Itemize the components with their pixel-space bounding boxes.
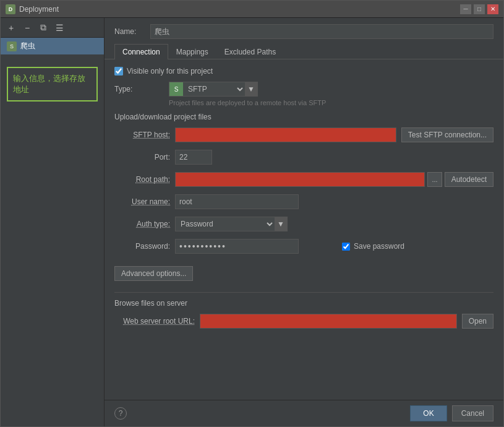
username-row: User name: — [114, 194, 493, 209]
type-select[interactable]: SFTP FTP Local — [183, 82, 245, 96]
sftp-host-label: SFTP host: — [114, 131, 170, 139]
save-password-label: Save password — [354, 242, 404, 251]
port-input[interactable] — [175, 150, 212, 165]
menu-server-button[interactable]: ☰ — [53, 21, 66, 35]
title-bar: D Deployment ─ □ ✕ — [1, 1, 503, 18]
right-panel: Name: Connection Mappings Excluded Paths… — [105, 18, 503, 426]
divider — [114, 292, 493, 293]
visible-only-row: Visible only for this project — [114, 67, 493, 75]
name-row: Name: — [105, 18, 503, 44]
cancel-button[interactable]: Cancel — [452, 405, 493, 421]
visible-only-checkbox[interactable] — [114, 67, 123, 75]
port-row: Port: — [114, 150, 493, 165]
test-connection-button[interactable]: Test SFTP connection... — [401, 127, 493, 142]
username-input[interactable] — [175, 194, 299, 209]
username-label: User name: — [114, 197, 170, 206]
bottom-bar: ? OK Cancel — [105, 400, 503, 426]
copy-server-button[interactable]: ⧉ — [36, 21, 50, 35]
remove-server-button[interactable]: − — [20, 21, 34, 35]
password-label: Password: — [114, 242, 170, 251]
annotation-box: 输入信息，选择存放地址 — [7, 67, 98, 101]
auth-type-row: Auth type: Password Key pair ▼ — [114, 217, 493, 231]
save-password-checkbox[interactable] — [342, 243, 350, 251]
root-path-browse-button[interactable]: ... — [427, 172, 442, 187]
auth-type-dropdown-arrow[interactable]: ▼ — [275, 217, 287, 231]
web-url-label: Web server root URL: — [114, 317, 195, 326]
type-hint: Project files are deployed to a remote h… — [169, 99, 493, 106]
connection-panel: Visible only for this project Type: S SF… — [105, 59, 503, 400]
browse-section-title: Browse files on server — [114, 299, 493, 308]
name-input[interactable] — [150, 24, 493, 39]
web-url-input[interactable] — [200, 314, 457, 329]
sidebar: + − ⧉ ☰ S 爬虫 输入信息，选择存放地址 — [1, 18, 105, 426]
auth-type-select-wrapper: Password Key pair ▼ — [175, 217, 288, 231]
maximize-button[interactable]: □ — [474, 4, 485, 14]
sidebar-item-label: 爬虫 — [20, 41, 35, 51]
password-input[interactable] — [175, 239, 299, 254]
ok-button[interactable]: OK — [410, 405, 446, 421]
type-select-wrapper: S SFTP FTP Local ▼ — [169, 82, 258, 97]
auth-type-select[interactable]: Password Key pair — [176, 217, 275, 231]
auth-type-label: Auth type: — [114, 220, 170, 228]
tab-connection[interactable]: Connection — [114, 44, 168, 59]
sftp-host-row: SFTP host: Test SFTP connection... — [114, 127, 493, 142]
root-path-label: Root path: — [114, 175, 170, 184]
tab-mappings[interactable]: Mappings — [168, 44, 216, 59]
open-button[interactable]: Open — [462, 314, 493, 329]
root-path-input[interactable] — [175, 172, 425, 187]
save-password-row: Save password — [342, 242, 404, 251]
minimize-button[interactable]: ─ — [460, 4, 471, 14]
type-row: Type: S SFTP FTP Local ▼ — [114, 82, 493, 97]
sftp-host-input[interactable] — [175, 127, 396, 142]
type-label: Type: — [114, 85, 164, 93]
password-row: Password: Save password — [114, 239, 493, 254]
close-button[interactable]: ✕ — [487, 4, 498, 14]
sidebar-item-server[interactable]: S 爬虫 — [1, 38, 104, 54]
server-icon: S — [7, 41, 17, 51]
visible-only-label: Visible only for this project — [127, 67, 213, 75]
window-title: Deployment — [19, 5, 460, 14]
sidebar-toolbar: + − ⧉ ☰ — [1, 18, 104, 38]
web-url-row: Web server root URL: Open — [114, 314, 493, 329]
autodetect-button[interactable]: Autodetect — [445, 172, 493, 187]
name-label: Name: — [114, 27, 145, 36]
type-select-icon: S — [169, 82, 183, 96]
add-server-button[interactable]: + — [4, 21, 18, 35]
tab-excluded-paths[interactable]: Excluded Paths — [216, 44, 284, 59]
bottom-buttons: OK Cancel — [410, 405, 493, 421]
deployment-window: D Deployment ─ □ ✕ + − ⧉ ☰ S 爬虫 输入信息，选择存… — [0, 0, 504, 427]
help-icon[interactable]: ? — [114, 407, 127, 420]
port-label: Port: — [114, 153, 170, 162]
advanced-options-button[interactable]: Advanced options... — [114, 266, 193, 281]
main-content: + − ⧉ ☰ S 爬虫 输入信息，选择存放地址 Name: Connectio — [1, 18, 503, 426]
root-path-row: Root path: ... Autodetect — [114, 172, 493, 187]
upload-section-title: Upload/download project files — [114, 113, 493, 121]
tabs: Connection Mappings Excluded Paths — [105, 44, 503, 59]
window-icon: D — [6, 4, 15, 14]
type-dropdown-arrow[interactable]: ▼ — [245, 82, 257, 96]
title-bar-buttons: ─ □ ✕ — [460, 4, 498, 14]
